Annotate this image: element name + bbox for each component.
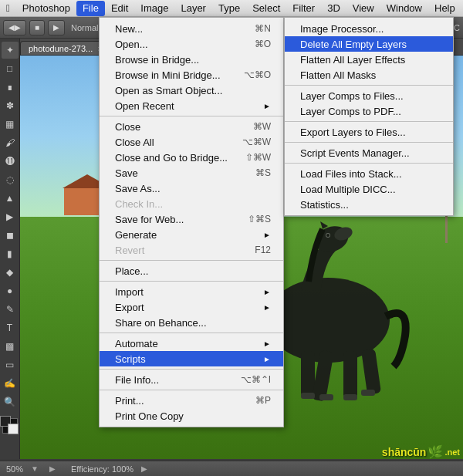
submenu-layer-comps-files[interactable]: Layer Comps to Files... xyxy=(285,88,453,103)
submenu-flatten-layer-effects[interactable]: Flatten All Layer Effects xyxy=(285,52,453,67)
menu-share-behance[interactable]: Share on Behance... xyxy=(100,315,283,330)
menubar-help[interactable]: Help xyxy=(428,1,461,16)
tab-document[interactable]: photodune-273... × xyxy=(20,41,111,55)
menu-open-smart-object[interactable]: Open as Smart Object... xyxy=(100,83,283,98)
watermark: shāncūn 🌿 .net xyxy=(382,444,460,459)
menu-export-label: Export xyxy=(115,302,144,313)
tool-path[interactable]: ▩ xyxy=(2,338,19,355)
menu-save-web[interactable]: Save for Web... ⇧⌘S xyxy=(100,211,283,227)
menu-print-one-copy[interactable]: Print One Copy xyxy=(100,408,283,424)
menu-new-shortcut: ⌘N xyxy=(255,23,271,34)
menu-save-label: Save xyxy=(115,167,138,179)
menu-file-info[interactable]: File Info... ⌥⌘⌃I xyxy=(100,372,283,387)
tool-dodge[interactable]: ● xyxy=(2,282,19,299)
submenu-load-multiple-dicc[interactable]: Load Multiple DICC... xyxy=(285,181,453,197)
tool-stamp[interactable]: ▲ xyxy=(2,190,19,207)
submenu-script-events[interactable]: Script Events Manager... xyxy=(285,145,453,160)
tool-eyedropper[interactable]: 🖌 xyxy=(2,134,19,151)
submenu-separator-3 xyxy=(285,142,453,143)
toolbar-button-1[interactable]: ◀▶ xyxy=(3,20,26,35)
menubar-edit[interactable]: Edit xyxy=(105,1,134,16)
status-icon-2[interactable]: ▶ xyxy=(49,464,56,473)
menu-export[interactable]: Export ► xyxy=(100,299,283,315)
submenu-delete-empty-layers[interactable]: Delete All Empty Layers xyxy=(285,36,453,52)
status-icon-1[interactable]: ▼ xyxy=(31,464,39,473)
submenu-flatten-masks[interactable]: Flatten All Masks xyxy=(285,67,453,83)
menu-open-recent[interactable]: Open Recent ► xyxy=(100,98,283,113)
menu-scripts[interactable]: Scripts ► xyxy=(100,351,283,366)
separator-6 xyxy=(100,390,283,390)
tool-shape[interactable]: ▭ xyxy=(2,356,19,373)
menubar-select[interactable]: Select xyxy=(246,1,286,16)
tool-foreground-bg[interactable] xyxy=(2,418,18,434)
menubar-window[interactable]: Window xyxy=(380,1,428,16)
menu-save-as[interactable]: Save As... xyxy=(100,181,283,196)
tool-pen[interactable]: ✎ xyxy=(2,301,19,318)
menu-close[interactable]: Close ⌘W xyxy=(100,119,283,134)
tool-eraser[interactable]: ◼ xyxy=(2,227,19,244)
menu-browse-bridge[interactable]: Browse in Bridge... xyxy=(100,52,283,67)
menu-close-go-bridge[interactable]: Close and Go to Bridge... ⇧⌘W xyxy=(100,150,283,165)
menu-browse-bridge-label: Browse in Bridge... xyxy=(115,54,199,66)
tool-lasso[interactable]: ∎ xyxy=(2,79,19,96)
scripts-submenu[interactable]: Image Processor... Delete All Empty Laye… xyxy=(284,17,454,216)
menubar-file[interactable]: File xyxy=(76,1,105,16)
file-menu[interactable]: New... ⌘N Open... ⌘O Browse in Bridge...… xyxy=(99,17,284,427)
svg-rect-8 xyxy=(361,349,381,395)
menu-automate-label: Automate xyxy=(115,338,158,349)
menu-new[interactable]: New... ⌘N xyxy=(100,21,283,36)
menubar-photoshop[interactable]: Photoshop xyxy=(16,1,76,16)
menubar-view[interactable]: View xyxy=(346,1,380,16)
menu-close-all[interactable]: Close All ⌥⌘W xyxy=(100,134,283,150)
tool-gradient[interactable]: ▮ xyxy=(2,245,19,262)
toolbar-button-3[interactable]: ▶ xyxy=(48,20,65,35)
submenu-layer-comps-pdf[interactable]: Layer Comps to PDF... xyxy=(285,103,453,119)
tool-magic-wand[interactable]: ✽ xyxy=(2,97,19,114)
menu-close-bridge-shortcut: ⇧⌘W xyxy=(245,152,271,163)
tool-hand[interactable]: ✍ xyxy=(2,375,19,392)
tool-history[interactable]: ▶ xyxy=(2,208,19,225)
separator-3 xyxy=(100,281,283,282)
tool-zoom[interactable]: 🔍 xyxy=(2,393,19,410)
menu-automate[interactable]: Automate ► xyxy=(100,336,283,351)
status-bar: 50% ▼ ▶ Efficiency: 100% ▶ xyxy=(0,461,463,476)
menu-save-web-shortcut: ⇧⌘S xyxy=(248,214,271,224)
tool-selection[interactable]: □ xyxy=(2,60,19,77)
tool-crop[interactable]: ▦ xyxy=(2,116,19,133)
menubar-type[interactable]: Type xyxy=(212,1,246,16)
submenu-statistics[interactable]: Statistics... xyxy=(285,197,453,212)
menu-open[interactable]: Open... ⌘O xyxy=(100,36,283,52)
svg-rect-7 xyxy=(343,351,357,399)
menu-import[interactable]: Import ► xyxy=(100,284,283,299)
menu-place[interactable]: Place... xyxy=(100,263,283,279)
menu-open-shortcut: ⌘O xyxy=(255,39,271,49)
tool-blur[interactable]: ◆ xyxy=(2,264,19,281)
menu-print[interactable]: Print... ⌘P xyxy=(100,393,283,408)
submenu-export-layers[interactable]: Export Layers to Files... xyxy=(285,124,453,140)
status-arrow[interactable]: ▶ xyxy=(141,464,147,473)
tool-text[interactable]: T xyxy=(2,319,19,336)
export-arrow-icon: ► xyxy=(263,303,271,312)
menu-save-web-label: Save for Web... xyxy=(115,214,184,225)
submenu-load-files-stack[interactable]: Load Files into Stack... xyxy=(285,166,453,181)
menu-generate[interactable]: Generate ► xyxy=(100,227,283,242)
menubar-layer[interactable]: Layer xyxy=(174,1,212,16)
tool-healing[interactable]: ⓫ xyxy=(2,153,19,170)
menu-import-label: Import xyxy=(115,286,144,298)
submenu-statistics-label: Statistics... xyxy=(300,199,349,211)
toolbar-button-2[interactable]: ■ xyxy=(29,20,45,35)
apple-menu[interactable]:  xyxy=(0,1,16,16)
menu-save[interactable]: Save ⌘S xyxy=(100,165,283,181)
menubar-filter[interactable]: Filter xyxy=(286,1,321,16)
tool-move[interactable]: ✦ xyxy=(2,42,19,59)
separator-2 xyxy=(100,260,283,261)
submenu-image-processor[interactable]: Image Processor... xyxy=(285,21,453,36)
menu-browse-mini-bridge[interactable]: Browse in Mini Bridge... ⌥⌘O xyxy=(100,67,283,83)
menubar-image[interactable]: Image xyxy=(134,1,174,16)
submenu-separator-2 xyxy=(285,121,453,122)
menu-print-label: Print... xyxy=(115,395,144,407)
menu-revert-shortcut: F12 xyxy=(255,245,271,255)
toolbar-mode-label: Normal xyxy=(68,23,101,32)
menubar-3d[interactable]: 3D xyxy=(321,1,346,16)
tool-brush[interactable]: ◌ xyxy=(2,171,19,188)
